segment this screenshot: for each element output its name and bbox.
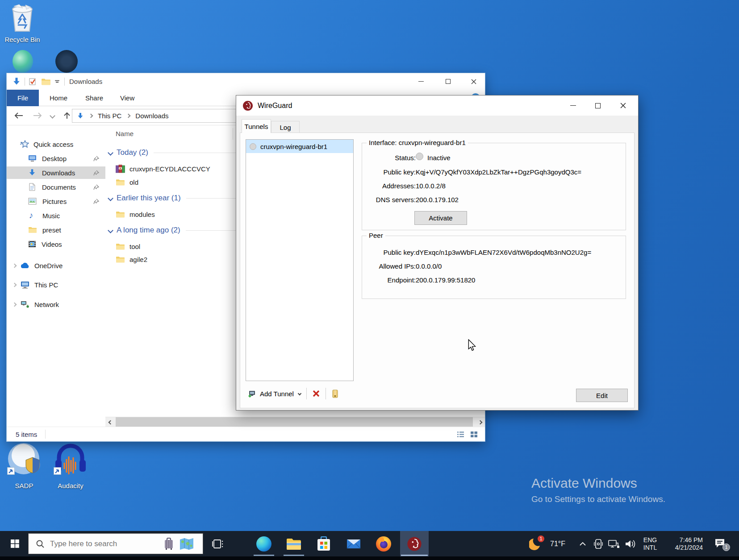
properties-check-icon[interactable] <box>29 78 37 86</box>
tray-language[interactable]: ENG INTL <box>639 531 661 556</box>
tray-your-phone[interactable] <box>590 531 606 556</box>
taskbar-firefox-button[interactable] <box>370 531 397 556</box>
explorer-close-button[interactable] <box>463 73 485 90</box>
scrollbar-thumb[interactable] <box>116 417 473 427</box>
sidebar-item-videos[interactable]: Videos <box>7 238 105 250</box>
sidebar-label: Downloads <box>42 169 75 177</box>
collapse-icon[interactable] <box>108 228 113 233</box>
menu-view[interactable]: View <box>116 90 139 106</box>
map-icon[interactable] <box>180 538 194 550</box>
status-dot-icon <box>416 153 423 160</box>
taskbar-store-button[interactable] <box>310 531 337 556</box>
tray-temperature[interactable]: 71°F <box>547 531 569 556</box>
column-divider[interactable] <box>233 128 233 140</box>
tunnel-list[interactable]: cruxvpn-wireguard-br1 <box>246 139 354 381</box>
wireguard-close-button[interactable] <box>610 95 635 116</box>
export-zip-button[interactable] <box>329 386 342 401</box>
sidebar-item-documents[interactable]: Documents <box>7 181 105 193</box>
menu-home[interactable]: Home <box>45 90 72 106</box>
wireguard-maximize-button[interactable] <box>585 95 610 116</box>
tab-tunnels[interactable]: Tunnels <box>242 119 271 133</box>
add-tunnel-dropdown-icon[interactable] <box>298 392 301 395</box>
group-label: A long time ago (2) <box>117 226 180 235</box>
explorer-minimize-button[interactable] <box>410 73 432 90</box>
sidebar-item-music[interactable]: ♪ Music <box>7 209 105 222</box>
sidebar-item-network[interactable]: Network <box>7 298 105 311</box>
separator <box>45 430 46 439</box>
activate-button[interactable]: Activate <box>414 211 467 225</box>
taskbar-search[interactable] <box>28 533 203 554</box>
sidebar-item-quick-access[interactable]: Quick access <box>7 138 105 150</box>
separator <box>326 388 326 399</box>
phone-device-icon <box>594 539 603 549</box>
back-icon[interactable] <box>14 112 24 120</box>
delete-tunnel-button[interactable] <box>309 386 323 401</box>
microsoft-store-icon <box>317 536 331 552</box>
taskbar-wireguard-button[interactable] <box>400 531 429 556</box>
collapse-icon[interactable] <box>108 150 113 156</box>
quick-access-star-icon <box>20 140 29 148</box>
luggage-icon[interactable] <box>164 538 174 550</box>
activate-windows-watermark: Activate Windows Go to Settings to activ… <box>531 476 665 504</box>
expand-icon[interactable] <box>13 302 17 307</box>
search-input[interactable] <box>50 539 157 548</box>
scroll-right-button[interactable] <box>475 417 485 427</box>
forward-icon[interactable] <box>33 112 42 120</box>
scroll-left-button[interactable] <box>105 417 115 427</box>
explorer-maximize-button[interactable] <box>437 73 459 90</box>
details-view-icon[interactable] <box>457 431 464 438</box>
tray-volume[interactable] <box>622 531 639 556</box>
audacity-icon[interactable]: Audacity <box>49 440 92 495</box>
running-indicator <box>284 555 304 556</box>
peer-legend: Peer <box>367 232 385 239</box>
sidebar-item-downloads[interactable]: Downloads <box>7 166 105 179</box>
breadcrumb-downloads[interactable]: Downloads <box>135 112 168 120</box>
start-button[interactable] <box>4 531 26 556</box>
tray-clock[interactable]: 7:46 PM 4/21/2024 <box>662 531 703 556</box>
pin-icon <box>93 184 99 190</box>
tray-show-hidden-icons[interactable] <box>575 531 590 556</box>
endpoint-value: 200.0.179.99:51820 <box>416 276 475 284</box>
expand-icon[interactable] <box>13 282 17 287</box>
recycle-bin-icon[interactable]: Recycle Bin <box>4 3 41 47</box>
taskbar-explorer-button[interactable] <box>280 531 307 556</box>
tray-weather[interactable]: 1 <box>526 531 546 556</box>
qat-dropdown-icon[interactable] <box>54 79 60 84</box>
up-icon[interactable] <box>63 112 71 120</box>
tunnel-list-item-selected[interactable]: cruxvpn-wireguard-br1 <box>246 140 353 153</box>
menu-share[interactable]: Share <box>81 90 108 106</box>
wireguard-minimize-button[interactable] <box>560 95 585 116</box>
sadp-icon[interactable]: SADP <box>4 440 45 495</box>
collapse-icon[interactable] <box>108 195 113 201</box>
task-view-button[interactable] <box>206 531 230 556</box>
sidebar-item-desktop[interactable]: Desktop <box>7 152 105 165</box>
notification-badge: 1 <box>722 543 730 551</box>
new-folder-icon[interactable] <box>41 78 51 86</box>
breadcrumb-separator-icon[interactable] <box>89 114 93 118</box>
taskbar-mail-button[interactable] <box>340 531 367 556</box>
chevron-right-icon <box>478 420 482 424</box>
file-name: cruxvpn-ECYDLACCCVCY <box>129 165 210 173</box>
tab-log[interactable]: Log <box>271 121 300 133</box>
menu-file[interactable]: File <box>7 90 39 106</box>
expand-icon[interactable] <box>13 263 17 268</box>
large-icons-view-icon[interactable] <box>470 431 478 438</box>
column-header-name[interactable]: Name <box>116 130 134 137</box>
sidebar-item-onedrive[interactable]: OneDrive <box>7 259 105 272</box>
documents-icon <box>29 183 36 191</box>
edit-button[interactable]: Edit <box>576 389 628 402</box>
sidebar-item-preset[interactable]: preset <box>7 224 105 236</box>
add-tunnel-button[interactable]: Add Tunnel <box>246 386 304 401</box>
sidebar-item-this-pc[interactable]: This PC <box>7 278 105 291</box>
recent-locations-icon[interactable] <box>50 113 55 119</box>
tray-network[interactable] <box>605 531 622 556</box>
breadcrumb-separator-icon[interactable] <box>126 114 131 118</box>
tray-notifications[interactable]: 1 <box>708 531 733 556</box>
breadcrumb-this-pc[interactable]: This PC <box>98 112 121 120</box>
task-view-icon <box>212 539 224 549</box>
sidebar-item-pictures[interactable]: Pictures <box>7 195 105 207</box>
allowed-ips-label: Allowed IPs: <box>368 262 416 270</box>
taskbar-edge-button[interactable] <box>251 531 277 556</box>
tunnel-toolbar: Add Tunnel <box>246 386 354 402</box>
horizontal-scrollbar[interactable] <box>105 417 485 427</box>
